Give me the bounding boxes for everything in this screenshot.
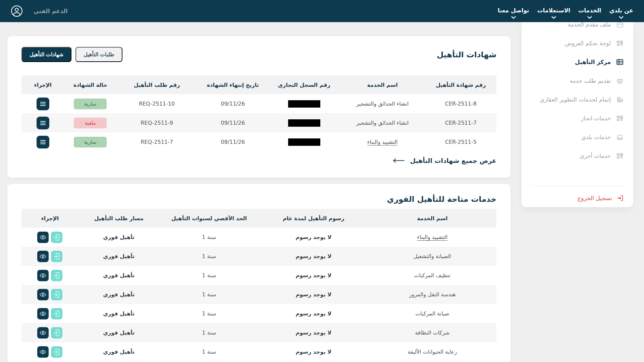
max-years: 1 سنة [159, 304, 259, 323]
logout-label: تسجيل الخروج [577, 195, 612, 201]
eye-icon [40, 254, 46, 259]
sidebar-menu: ملف مقدم الخدمة لوحة تحكم العروض مركز ال… [531, 22, 624, 165]
service-name: رعاية الحيوانات الأليفة [368, 342, 496, 361]
instant-services-card: خدمات متاحة للتأهيل الفوري اسم الخدمة رس… [7, 184, 511, 362]
apply-qualification-button[interactable] [51, 270, 62, 281]
row-actions [37, 289, 62, 300]
sidebar-item-balady-services[interactable]: خدمات بلدي [531, 128, 624, 146]
status-cell: سارية [64, 132, 116, 152]
view-details-button[interactable] [37, 251, 49, 262]
status-badge: سارية [74, 137, 107, 147]
service-name: التشييد والبناء [368, 228, 496, 247]
col-commercial-registry: رقم السجل التجاري [268, 75, 339, 94]
action-cell [21, 113, 64, 132]
view-details-button[interactable] [37, 346, 49, 358]
row-menu-button[interactable] [37, 98, 49, 110]
logout-button[interactable]: تسجيل الخروج [531, 194, 624, 202]
arrow-left-icon [392, 158, 405, 163]
expiry-date: 08/11/26 [197, 132, 268, 152]
redacted-box [288, 100, 320, 108]
sidebar-item-real-estate-development[interactable]: إتمام لخدمات التطوير العقاري [531, 90, 624, 109]
action-cell [21, 304, 78, 323]
eye-icon [40, 292, 46, 297]
view-details-button[interactable] [37, 232, 49, 243]
status-cell: سارية [64, 94, 116, 113]
service-row: تنظيف المركبات لا يوجد رسوم 1 سنة تأهيل … [21, 266, 496, 285]
file-submit-icon [54, 291, 60, 298]
annual-fees: لا يوجد رسوم [259, 304, 368, 323]
view-details-button[interactable] [37, 270, 49, 281]
service-name: صيانة المركبات [368, 304, 496, 323]
expiry-date: 09/11/26 [197, 113, 268, 132]
sidebar: ملف مقدم الخدمة لوحة تحكم العروض مركز ال… [522, 22, 633, 207]
sidebar-item-submit-service-request[interactable]: تقديم طلب خدمة [531, 71, 624, 90]
instant-services-header: خدمات متاحة للتأهيل الفوري [21, 184, 496, 203]
row-menu-button[interactable] [37, 117, 49, 129]
view-details-button[interactable] [37, 308, 49, 319]
tab-certificates[interactable]: شهادات التأهيل [21, 47, 71, 62]
request-path: تأهيل فوري [78, 228, 159, 247]
sidebar-item-label: تقديم طلب خدمة [570, 77, 611, 84]
certificates-title: شهادات التأهيل [437, 50, 496, 59]
eye-icon [40, 330, 46, 335]
nav-item-inquiries[interactable]: الاستعلامات [537, 7, 571, 19]
action-cell [21, 228, 78, 247]
technical-support-link[interactable]: الدعم الفني [34, 8, 67, 14]
max-years: 1 سنة [159, 247, 259, 266]
apply-qualification-button[interactable] [51, 327, 62, 339]
service-name: تنظيف المركبات [368, 266, 496, 285]
nav-item-about-balady[interactable]: عن بلدي [609, 7, 633, 19]
file-submit-icon [54, 272, 60, 279]
user-account-icon[interactable] [11, 5, 23, 17]
dashboard-icon [616, 114, 624, 122]
tab-requests[interactable]: طلبات التأهيل [75, 47, 122, 62]
max-years: 1 سنة [159, 266, 259, 285]
apply-qualification-button[interactable] [51, 308, 62, 319]
sidebar-item-offers-dashboard[interactable]: لوحة تحكم العروض [531, 34, 624, 53]
chevron-down-icon [619, 16, 624, 19]
action-cell [21, 323, 78, 342]
annual-fees: لا يوجد رسوم [259, 247, 368, 266]
redacted-box [288, 138, 320, 146]
request-no: REQ-2511-7 [116, 132, 197, 152]
max-years: 1 سنة [159, 228, 259, 247]
apply-qualification-button[interactable] [51, 289, 62, 300]
action-cell [21, 132, 64, 152]
nav-item-services[interactable]: الخدمات [578, 7, 601, 19]
apply-qualification-button[interactable] [51, 251, 62, 262]
service-row: الصيانة والتشغيل لا يوجد رسوم 1 سنة تأهي… [21, 247, 496, 266]
status-cell: ملغية [64, 113, 116, 132]
action-cell [21, 266, 78, 285]
service-row: شركات النظافة لا يوجد رسوم 1 سنة تأهيل ف… [21, 323, 496, 342]
sidebar-item-label: خدمات انجاز [581, 115, 611, 122]
nav-item-label: تواصل معنا [498, 7, 529, 14]
chevron-down-icon [587, 16, 592, 19]
status-badge: سارية [74, 99, 107, 109]
sidebar-item-other-services[interactable]: خدمات أخرى [531, 146, 624, 165]
instant-services-table: اسم الخدمة رسوم التأهيل لمدة عام الحد ال… [21, 209, 496, 361]
service-name: شركات النظافة [368, 323, 496, 342]
request-no: REQ-2511-9 [116, 113, 197, 132]
apply-qualification-button[interactable] [51, 232, 62, 243]
row-menu-button[interactable] [37, 136, 49, 148]
sidebar-item-label: ملف مقدم الخدمة [568, 22, 611, 28]
col-status: حالة الشهادة [64, 75, 116, 94]
view-details-button[interactable] [37, 327, 49, 339]
sidebar-item-qualification-center[interactable]: مركز التأهيل [531, 53, 624, 71]
sidebar-item-provider-profile[interactable]: ملف مقدم الخدمة [531, 22, 624, 34]
service-row: التشييد والبناء لا يوجد رسوم 1 سنة تأهيل… [21, 228, 496, 247]
row-actions [37, 346, 62, 358]
certificate-row: CER-2511-5 التشييد والبناء 08/11/26 REQ-… [21, 132, 496, 152]
dashboard-icon [616, 39, 624, 47]
service-name: الصيانة والتشغيل [368, 247, 496, 266]
apply-qualification-button[interactable] [51, 346, 62, 358]
stack-icon [616, 77, 624, 85]
service-name: التشييد والبناء [340, 132, 425, 152]
nav-item-contact-us[interactable]: تواصل معنا [498, 7, 529, 19]
eye-icon [40, 273, 46, 278]
request-path: تأهيل فوري [78, 304, 159, 323]
sidebar-item-injaz-services[interactable]: خدمات انجاز [531, 109, 624, 128]
annual-fees: لا يوجد رسوم [259, 342, 368, 361]
view-all-certificates-link[interactable]: عرض جميع شهادات التأهيل [392, 157, 496, 164]
view-details-button[interactable] [37, 289, 49, 300]
